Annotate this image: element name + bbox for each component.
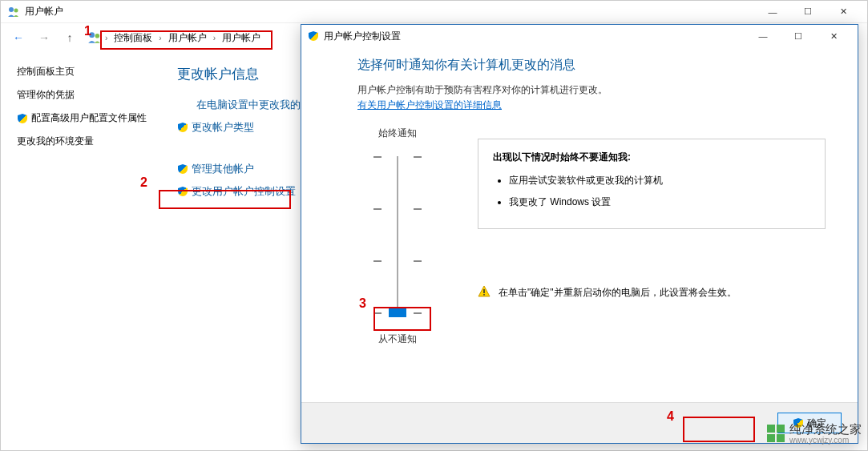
uac-help-link[interactable]: 有关用户帐户控制设置的详细信息 [357, 99, 502, 111]
watermark-url: www.ycwjzy.com [789, 436, 862, 445]
watermark-logo-icon [767, 425, 785, 442]
shield-icon [177, 186, 188, 197]
uac-slider[interactable] [373, 150, 422, 326]
svg-point-2 [89, 32, 95, 38]
chevron-right-icon: › [105, 34, 107, 42]
close-button[interactable]: ✕ [826, 1, 861, 23]
sidebar-advanced[interactable]: 配置高级用户配置文件属性 [17, 111, 153, 125]
watermark-brand: 纯净系统之家 [789, 422, 862, 436]
uac-dialog: 用户帐户控制设置 — ☐ ✕ 选择何时通知你有关计算机更改的消息 用户帐户控制有… [301, 24, 858, 444]
info-item: 应用尝试安装软件或更改我的计算机 [509, 174, 810, 187]
up-button[interactable]: ↑ [59, 26, 81, 49]
slider-top-label: 始终通知 [378, 127, 417, 140]
dialog-close-button[interactable]: ✕ [816, 25, 851, 47]
dialog-titlebar: 用户帐户控制设置 — ☐ ✕ [301, 25, 858, 47]
info-box: 出现以下情况时始终不要通知我: 应用尝试安装软件或更改我的计算机 我更改了 Wi… [478, 139, 826, 229]
sidebar: 控制面板主页 管理你的凭据 配置高级用户配置文件属性 更改我的环境变量 [17, 65, 153, 207]
minimize-button[interactable]: — [755, 1, 790, 23]
breadcrumb-item[interactable]: 控制面板 [111, 30, 155, 46]
svg-rect-4 [483, 289, 485, 293]
maximize-button[interactable]: ☐ [790, 1, 826, 23]
slider-bottom-label: 从不通知 [378, 332, 417, 346]
warning-icon [478, 285, 491, 298]
uac-subtext: 用户帐户控制有助于预防有害程序对你的计算机进行更改。 [357, 83, 826, 97]
svg-rect-5 [483, 294, 485, 296]
sidebar-env[interactable]: 更改我的环境变量 [17, 135, 153, 148]
uac-heading: 选择何时通知你有关计算机更改的消息 [357, 57, 826, 74]
link-label: 管理其他帐户 [192, 162, 254, 176]
warning-row: 在单击"确定"并重新启动你的电脑后，此设置将会生效。 [478, 285, 826, 300]
watermark: 纯净系统之家 www.ycwjzy.com [767, 422, 862, 445]
chevron-right-icon: › [213, 34, 216, 42]
users-icon [87, 30, 102, 45]
info-item: 我更改了 Windows 设置 [509, 195, 810, 209]
shield-icon [177, 122, 188, 133]
slider-thumb[interactable] [389, 308, 406, 317]
back-button[interactable]: ← [7, 26, 30, 49]
sidebar-item-label: 配置高级用户配置文件属性 [31, 111, 147, 125]
shield-icon [17, 113, 28, 124]
shield-icon [308, 30, 319, 42]
sidebar-home[interactable]: 控制面板主页 [17, 65, 153, 79]
breadcrumb-item[interactable]: 用户帐户 [219, 30, 264, 46]
shield-icon [177, 163, 188, 175]
link-label: 更改用户帐户控制设置 [192, 184, 296, 199]
link-label: 更改帐户类型 [192, 120, 254, 135]
dialog-title: 用户帐户控制设置 [324, 30, 401, 43]
window-title: 用户帐户 [25, 5, 63, 18]
main-titlebar: 用户帐户 — ☐ ✕ [1, 1, 867, 23]
dialog-maximize-button[interactable]: ☐ [781, 25, 816, 47]
warning-text: 在单击"确定"并重新启动你的电脑后，此设置将会生效。 [499, 285, 737, 300]
sidebar-credentials[interactable]: 管理你的凭据 [17, 88, 153, 102]
svg-point-1 [14, 8, 18, 12]
svg-point-0 [9, 7, 14, 12]
breadcrumb-item[interactable]: 用户帐户 [165, 30, 210, 46]
forward-button[interactable]: → [33, 26, 55, 49]
users-icon [7, 6, 20, 18]
dialog-minimize-button[interactable]: — [745, 25, 781, 47]
chevron-right-icon: › [159, 34, 161, 42]
svg-point-3 [95, 34, 100, 38]
info-title: 出现以下情况时始终不要通知我: [493, 151, 810, 164]
